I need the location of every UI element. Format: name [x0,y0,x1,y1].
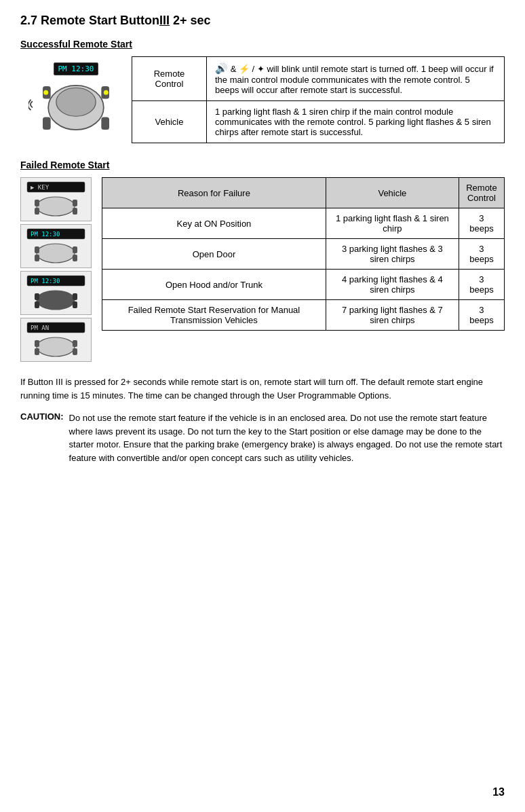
rc-icon-lightning: ⚡ [239,64,250,74]
caution-section: CAUTION: Do not use the remote start fea… [20,411,505,464]
vehicle-cell: 3 parking light flashes & 3 siren chirps [326,239,459,270]
rc-icon-amp: & [231,64,239,74]
failed-remote-start-table: Reason for Failure Vehicle RemoteControl… [102,177,505,331]
remote-cell: 3 beeps [459,208,504,239]
svg-rect-4 [43,117,51,130]
vehicle-cell: 1 parking light flash & 1 siren chirp [326,208,459,239]
table-row: Failed Remote Start Reservation for Manu… [102,300,505,331]
failed-car-image-1: ▶ KEY [20,177,92,221]
car-top-view-svg [28,78,123,138]
reason-cell: Open Door [102,239,326,270]
col-header-vehicle: Vehicle [326,178,459,208]
svg-rect-27 [35,301,39,308]
successful-remote-start-table: PM 12:30 [20,56,505,143]
svg-rect-12 [73,200,77,206]
footer-paragraph: If Button III is pressed for 2+ seconds … [20,375,505,402]
svg-rect-13 [35,208,39,215]
failed-car-images: ▶ KEY PM 12:30 [20,177,95,362]
remote-cell: 3 beeps [459,300,504,331]
table-row: Key at ON Position1 parking light flash … [102,208,505,239]
vehicle-cell: 7 parking light flashes & 7 siren chirps [326,300,459,331]
failed-layout: ▶ KEY PM 12:30 [20,177,505,362]
reason-cell: Open Hood and/or Trunk [102,270,326,300]
svg-rect-35 [73,348,77,355]
svg-rect-32 [35,340,39,347]
svg-rect-28 [73,301,77,308]
svg-rect-5 [101,117,109,130]
svg-point-6 [43,90,48,94]
col-header-reason: Reason for Failure [102,178,326,208]
svg-text:▶ KEY: ▶ KEY [31,184,50,191]
svg-point-1 [56,88,96,116]
reason-cell: Key at ON Position [102,208,326,239]
svg-point-10 [37,197,75,216]
svg-text:PM 12:30: PM 12:30 [31,278,60,284]
svg-rect-18 [35,246,39,253]
svg-point-7 [104,90,109,94]
table-row: Open Hood and/or Trunk4 parking light fl… [102,270,505,300]
rc-icon-speaker: 🔊 [215,62,228,74]
failed-remote-start-section: Failed Remote Start ▶ KEY P [20,160,505,362]
svg-point-17 [37,244,75,263]
svg-rect-26 [73,293,77,300]
failed-car-image-2: PM 12:30 [20,224,92,268]
remote-cell: 3 beeps [459,270,504,300]
table-header-row: Reason for Failure Vehicle RemoteControl [102,178,505,208]
failed-car-image-4: PM AN [20,318,92,362]
svg-rect-14 [73,208,77,215]
remote-control-label: Remote Control [132,57,207,101]
col-header-remote: RemoteControl [459,178,504,208]
table-row: Open Door3 parking light flashes & 3 sir… [102,239,505,270]
remote-control-content: 🔊 & ⚡ / ✦ will blink until remote start … [207,57,505,101]
vehicle-content: 1 parking light flash & 1 siren chirp if… [207,101,505,143]
failed-remote-start-heading: Failed Remote Start [20,160,505,170]
vehicle-cell: 4 parking light flashes & 4 siren chirps [326,270,459,300]
svg-point-24 [37,291,75,310]
svg-rect-11 [35,200,39,206]
svg-rect-20 [35,255,39,261]
svg-text:PM 12:30: PM 12:30 [31,231,60,238]
rc-icon-star: ✦ [257,64,265,74]
caution-label: CAUTION: [20,411,64,464]
svg-rect-19 [73,246,77,253]
svg-rect-25 [35,293,39,300]
page-title: 2.7 Remote Start ButtonIII 2+ sec [20,14,505,28]
button-symbol: III [159,14,170,27]
svg-rect-33 [73,340,77,347]
caution-text: Do not use the remote start feature if t… [69,411,505,464]
successful-remote-start-heading: Successful Remote Start [20,39,505,50]
page-number: 13 [492,786,505,798]
svg-rect-21 [73,255,77,261]
success-car-image-cell: PM 12:30 [20,57,132,143]
vehicle-label: Vehicle [132,101,207,143]
svg-text:PM AN: PM AN [31,325,49,331]
svg-rect-34 [35,348,39,355]
reason-cell: Failed Remote Start Reservation for Manu… [102,300,326,331]
table-row: PM 12:30 [20,57,505,101]
failed-car-image-3: PM 12:30 [20,271,92,315]
rc-text: / [252,64,257,74]
svg-point-31 [37,337,75,356]
remote-cell: 3 beeps [459,239,504,270]
